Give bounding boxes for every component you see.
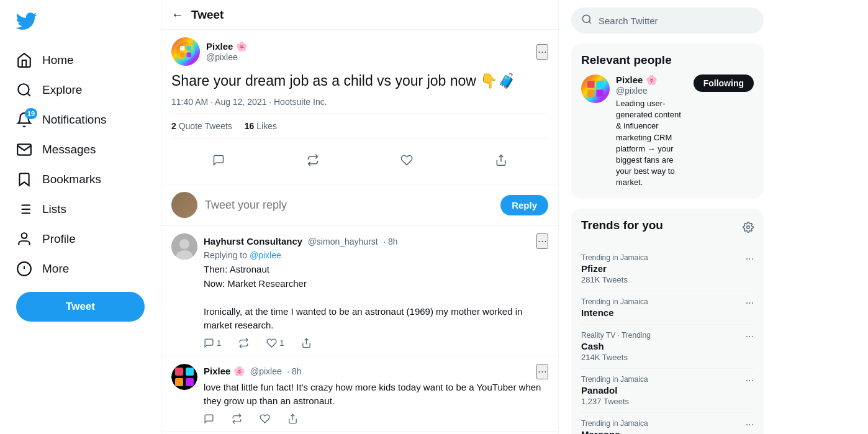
- trend-name: Pfizer: [581, 263, 648, 274]
- svg-point-28: [582, 15, 590, 22]
- relevant-person-info: Pixlee 🌸 @pixlee Leading user-generated …: [616, 75, 687, 189]
- trend-item[interactable]: Trending in Jamaica Panadol 1,237 Tweets…: [581, 369, 754, 413]
- sidebar-item-label: Home: [42, 53, 74, 67]
- trend-item[interactable]: Trending in Jamaica Pfizer 281K Tweets ·…: [581, 247, 754, 291]
- comment-more-button[interactable]: ···: [536, 364, 548, 379]
- comment-user-row: Pixlee 🌸 @pixlee · 8h ··· love that litt…: [171, 364, 548, 424]
- trend-name: Panadol: [581, 385, 648, 396]
- tweet-user-handle: @pixlee: [206, 52, 248, 62]
- sidebar-item-profile[interactable]: Profile: [7, 225, 153, 253]
- sidebar-item-messages[interactable]: Messages: [7, 135, 153, 164]
- tweet-user-details: Pixlee 🌸 @pixlee: [206, 41, 248, 62]
- tweet-timestamp: 11:40 AM · Aug 12, 2021 · Hootsuite Inc.: [171, 97, 548, 107]
- share-action-button[interactable]: [490, 149, 512, 171]
- comment-like-action[interactable]: 1: [266, 338, 284, 348]
- comment-avatar: [171, 233, 197, 260]
- svg-rect-25: [175, 378, 183, 386]
- sidebar-item-more[interactable]: More: [7, 255, 153, 283]
- trend-more-button[interactable]: ···: [746, 297, 754, 309]
- svg-rect-33: [596, 89, 603, 96]
- comment-card: Hayhurst Consultancy @simon_hayhurst · 8…: [161, 226, 558, 356]
- trends-section: Trends for you Trending in Jamaica Pfize…: [571, 209, 764, 435]
- comment-time: 8h: [388, 237, 398, 246]
- comment-time: 8h: [292, 366, 302, 376]
- like-action-button[interactable]: [396, 149, 418, 171]
- comment-card: Pixlee 🌸 @pixlee · 8h ··· love that litt…: [161, 356, 558, 432]
- reply-user-avatar: [171, 192, 197, 218]
- trend-category: Trending in Jamaica: [581, 419, 648, 428]
- comment-more-button[interactable]: ···: [536, 233, 548, 249]
- comment-like-count: 1: [279, 338, 284, 348]
- comment-avatar: [171, 364, 197, 390]
- reply-avatar-image: [171, 192, 197, 218]
- tweet-stats: 2 Quote Tweets 16 Likes: [171, 113, 548, 139]
- trend-info: Trending in Jamaica Maroons 2,058 Tweets: [581, 419, 648, 435]
- trend-info: Trending in Jamaica Panadol 1,237 Tweets: [581, 375, 648, 406]
- twitter-logo[interactable]: [7, 5, 153, 45]
- trend-item[interactable]: Reality TV · Trending Cash 214K Tweets ·…: [581, 325, 754, 369]
- more-icon: [16, 261, 32, 277]
- svg-point-8: [22, 233, 27, 238]
- svg-rect-12: [176, 42, 195, 61]
- trend-row: Trending in Jamaica Pfizer 281K Tweets ·…: [581, 253, 754, 284]
- reply-action-button[interactable]: [207, 149, 230, 171]
- search-box: [571, 7, 764, 34]
- sidebar-item-notifications[interactable]: 19 Notifications: [7, 106, 153, 134]
- svg-rect-31: [596, 81, 603, 88]
- trend-more-button[interactable]: ···: [746, 419, 754, 430]
- sidebar-item-bookmarks[interactable]: Bookmarks: [7, 165, 153, 194]
- trend-name: Intence: [581, 307, 648, 318]
- comment-text: Then: Astronaut Now: Market Researcher I…: [204, 263, 548, 333]
- replying-to-handle[interactable]: @pixlee: [250, 250, 281, 260]
- comment-share-action[interactable]: [301, 338, 312, 348]
- svg-rect-13: [180, 46, 185, 51]
- svg-rect-30: [587, 81, 594, 88]
- tweet-more-button[interactable]: ···: [536, 44, 548, 60]
- comment-reply-action[interactable]: [204, 414, 214, 424]
- trend-info: Trending in Jamaica Intence: [581, 297, 648, 318]
- comment-share-action[interactable]: [287, 414, 298, 424]
- comment-header: Hayhurst Consultancy @simon_hayhurst · 8…: [204, 233, 548, 249]
- comment-reply-action[interactable]: 1: [204, 338, 221, 348]
- comment-body: Hayhurst Consultancy @simon_hayhurst · 8…: [204, 233, 548, 348]
- trend-item[interactable]: Trending in Jamaica Maroons 2,058 Tweets…: [581, 413, 754, 435]
- comment-user-row: Hayhurst Consultancy @simon_hayhurst · 8…: [171, 233, 548, 348]
- comment-time: ·: [383, 237, 388, 246]
- profile-icon: [16, 231, 32, 247]
- settings-icon[interactable]: [743, 222, 754, 236]
- trend-item[interactable]: Trending in Jamaica Intence ···: [581, 291, 754, 325]
- comment-actions: 1 1: [204, 338, 548, 348]
- main-tweet: Pixlee 🌸 @pixlee ··· Share your dream jo…: [161, 30, 558, 184]
- svg-point-34: [747, 226, 750, 229]
- trend-row: Trending in Jamaica Maroons 2,058 Tweets…: [581, 419, 754, 435]
- trend-category: Trending in Jamaica: [581, 375, 648, 384]
- sidebar-item-explore[interactable]: Explore: [7, 76, 153, 104]
- svg-rect-23: [175, 368, 183, 376]
- comment-retweet-action[interactable]: [232, 414, 242, 424]
- trend-more-button[interactable]: ···: [746, 375, 754, 386]
- following-button[interactable]: Following: [694, 75, 754, 92]
- home-icon: [16, 52, 32, 68]
- trend-info: Trending in Jamaica Pfizer 281K Tweets: [581, 253, 648, 284]
- lists-icon: [16, 201, 32, 217]
- notifications-icon: 19: [16, 112, 32, 128]
- svg-rect-26: [186, 378, 194, 386]
- tweet-button[interactable]: Tweet: [16, 292, 145, 322]
- search-input[interactable]: [599, 16, 754, 26]
- comment-retweet-action[interactable]: [238, 338, 249, 348]
- reply-button[interactable]: Reply: [500, 195, 548, 215]
- svg-rect-15: [180, 53, 185, 58]
- back-button[interactable]: ←: [171, 7, 184, 22]
- sidebar-item-lists[interactable]: Lists: [7, 195, 153, 224]
- tweet-text: Share your dream job as a child vs your …: [171, 71, 548, 91]
- trend-more-button[interactable]: ···: [746, 331, 754, 342]
- trend-more-button[interactable]: ···: [746, 253, 754, 264]
- left-sidebar: Home Explore 19 Notifications Messages B…: [0, 0, 161, 434]
- reply-input[interactable]: [205, 199, 493, 212]
- trend-count: 281K Tweets: [581, 275, 648, 284]
- sidebar-item-home[interactable]: Home: [7, 46, 153, 75]
- comment-like-action[interactable]: [260, 414, 270, 424]
- comment-header: Pixlee 🌸 @pixlee · 8h ···: [204, 364, 548, 379]
- avatar: [171, 37, 200, 66]
- retweet-action-button[interactable]: [302, 149, 324, 171]
